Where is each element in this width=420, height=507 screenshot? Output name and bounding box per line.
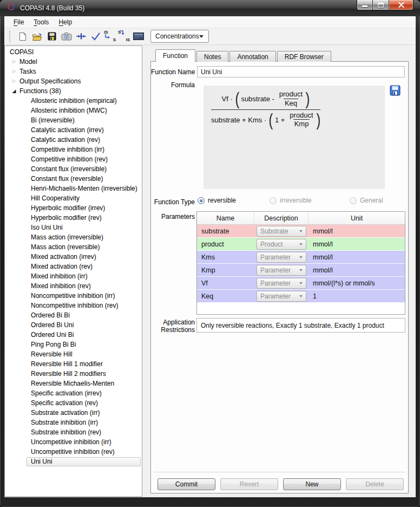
tree-item-mass-action-reversible[interactable]: Mass action (reversible) — [5, 242, 142, 252]
tree-item-iso-uni-uni[interactable]: Iso Uni Uni — [5, 223, 142, 232]
miriam-icon[interactable] — [131, 30, 146, 43]
tree-collapsed-icon[interactable]: ▷ — [10, 69, 18, 74]
tree-item-catalytic-activation-irrev[interactable]: Catalytic activation (irrev) — [5, 125, 142, 135]
tree-item-tasks[interactable]: ▷Tasks — [5, 67, 142, 76]
tree-item-competitive-inhibition-rev[interactable]: Competitive inhibition (rev) — [5, 154, 142, 164]
tab-notes[interactable]: Notes — [196, 51, 228, 62]
tree-item-label: Specific activation (rev) — [27, 399, 141, 408]
tree-item-ordered-bi-uni[interactable]: Ordered Bi Uni — [5, 320, 142, 330]
units-dropdown[interactable]: Concentrations — [150, 30, 209, 43]
tree-item-output-specifications[interactable]: ▷Output Specifications — [5, 76, 142, 86]
chevron-down-icon — [299, 243, 303, 245]
tree-item-specific-activation-irrev[interactable]: Specific activation (irrev) — [5, 388, 142, 398]
tree-item-constant-flux-irreversible[interactable]: Constant flux (irreversible) — [5, 164, 142, 174]
table-row-product[interactable]: productProductmmol/l — [197, 238, 405, 251]
s-to-is-icon[interactable]: S IS — [117, 30, 131, 43]
new-document-icon[interactable] — [15, 30, 30, 43]
maximize-button[interactable] — [373, 0, 389, 10]
tree-item-uncompetitive-inhibition-irr[interactable]: Uncompetitive inhibition (irr) — [5, 437, 142, 447]
table-row-substrate[interactable]: substrateSubstratemmol/l — [197, 225, 405, 238]
tree-item-allosteric-inhibition-mwc[interactable]: Allosteric inhibition (MWC) — [5, 106, 142, 115]
tree-collapsed-icon[interactable]: ▷ — [10, 60, 18, 64]
tree-item-competitive-inhibition-irr[interactable]: Competitive inhibition (irr) — [5, 145, 142, 154]
tree-item-mixed-activation-rev[interactable]: Mixed activation (rev) — [5, 262, 142, 271]
tree-item-bi-irreversible[interactable]: Bi (irreversible) — [5, 115, 142, 125]
is-to-s-icon[interactable]: IS S — [103, 30, 117, 43]
column-header-description[interactable]: Description — [254, 212, 309, 224]
minimize-button[interactable] — [357, 0, 373, 10]
slider-adjust-icon[interactable] — [74, 30, 88, 43]
radio-button-icon[interactable] — [198, 197, 205, 204]
parameters-header: NameDescriptionUnit — [197, 212, 405, 225]
menu-item-file[interactable]: File — [9, 17, 29, 28]
tree-item-reversible-hill-1-modifier[interactable]: Reversible Hill 1 modifier — [5, 359, 142, 369]
column-header-unit[interactable]: Unit — [309, 212, 405, 224]
param-name-cell[interactable]: Kms — [197, 251, 254, 263]
tree-item-constant-flux-reversible[interactable]: Constant flux (reversible) — [5, 174, 142, 184]
tree-item-copasi[interactable]: COPASI — [5, 47, 142, 57]
tree-item-mixed-inhibition-rev[interactable]: Mixed inhibition (rev) — [5, 281, 142, 291]
tree-item-catalytic-activation-rev[interactable]: Catalytic activation (rev) — [5, 135, 142, 145]
table-row-kmp[interactable]: KmpParametermmol/l — [197, 264, 405, 277]
tree-item-specific-activation-rev[interactable]: Specific activation (rev) — [5, 398, 142, 408]
toolbar-drag-handle[interactable] — [9, 31, 10, 42]
menu-item-help[interactable]: Help — [54, 17, 77, 28]
tree-item-hill-cooperativity[interactable]: Hill Cooperativity — [5, 193, 142, 203]
param-name-cell[interactable]: product — [197, 238, 254, 250]
function-name-input[interactable] — [197, 66, 405, 77]
tree-item-hyperbolic-modifier-irrev[interactable]: Hyperbolic modifier (irrev) — [5, 203, 142, 213]
save-formula-button[interactable] — [389, 84, 401, 96]
tree-item-mass-action-irreversible[interactable]: Mass action (irreversible) — [5, 232, 142, 242]
tree-item-ordered-uni-bi[interactable]: Ordered Uni Bi — [5, 330, 142, 340]
new-button[interactable]: New — [283, 478, 341, 490]
table-row-vf[interactable]: VfParametermmol/(l*s) or mmol/s — [197, 277, 405, 290]
param-unit-cell[interactable]: mmol/l — [309, 238, 405, 250]
param-unit-cell[interactable]: mmol/(l*s) or mmol/s — [309, 277, 405, 289]
table-row-kms[interactable]: KmsParametermmol/l — [197, 251, 405, 264]
tree-item-noncompetitive-inhibition-irr[interactable]: Noncompetitive inhibition (irr) — [5, 291, 142, 301]
description-select-value: Substrate — [260, 227, 288, 235]
tree-item-substrate-inhibition-rev[interactable]: Substrate inhibition (rev) — [5, 427, 142, 437]
tree-collapsed-icon[interactable]: ▷ — [10, 79, 18, 83]
param-unit-cell[interactable]: mmol/l — [309, 251, 405, 263]
save-icon[interactable] — [44, 30, 59, 43]
tree-item-mixed-activation-irrev[interactable]: Mixed activation (irrev) — [5, 252, 142, 262]
param-name-cell[interactable]: substrate — [197, 225, 254, 237]
table-row-keq[interactable]: KeqParameter1 — [197, 290, 405, 303]
capture-image-icon[interactable] — [59, 30, 74, 43]
tree-item-mixed-inhibition-irr[interactable]: Mixed inhibition (irr) — [5, 271, 142, 281]
tab-annotation[interactable]: Annotation — [229, 51, 275, 62]
tree-item-substrate-inhibition-irr[interactable]: Substrate inhibition (irr) — [5, 418, 142, 427]
tree-item-ordered-bi-bi[interactable]: Ordered Bi Bi — [5, 310, 142, 320]
param-name-cell[interactable]: Keq — [197, 290, 254, 302]
tree-item-reversible-michaelis-menten[interactable]: Reversible Michaelis-Menten — [5, 379, 142, 388]
radio-reversible[interactable]: reversible — [198, 197, 270, 204]
check-model-icon[interactable] — [88, 30, 103, 43]
tree-item-reversible-hill[interactable]: Reversible Hill — [5, 349, 142, 359]
tree-item-substrate-activation-irr[interactable]: Substrate activation (irr) — [5, 408, 142, 418]
tree-item-noncompetitive-inhibition-rev[interactable]: Noncompetitive inhibition (rev) — [5, 301, 142, 310]
param-unit-cell[interactable]: mmol/l — [309, 225, 405, 237]
tree-item-uni-uni[interactable]: Uni Uni — [5, 457, 142, 466]
open-file-icon[interactable] — [30, 30, 44, 43]
param-unit-cell[interactable]: 1 — [309, 290, 405, 302]
tree-item-model[interactable]: ▷Model — [5, 57, 142, 67]
tree-item-uncompetitive-inhibition-rev[interactable]: Uncompetitive inhibition (rev) — [5, 447, 142, 457]
param-name-cell[interactable]: Kmp — [197, 264, 254, 276]
tab-function[interactable]: Function — [155, 49, 195, 62]
close-button[interactable] — [389, 0, 414, 10]
tree-item-hyperbolic-modifier-rev[interactable]: Hyperbolic modifier (rev) — [5, 213, 142, 223]
application-restrictions-input[interactable] — [196, 318, 405, 333]
column-header-name[interactable]: Name — [197, 212, 254, 224]
tree-item-reversible-hill-2-modifiers[interactable]: Reversible Hill 2 modifiers — [5, 369, 142, 379]
menu-item-tools[interactable]: Tools — [29, 17, 54, 28]
tree-item-functions-38[interactable]: ◢Functions (38) — [5, 86, 142, 96]
commit-button[interactable]: Commit — [158, 478, 215, 490]
tree-expanded-icon[interactable]: ◢ — [10, 89, 18, 94]
param-unit-cell[interactable]: mmol/l — [309, 264, 405, 276]
tab-rdf-browser[interactable]: RDF Browser — [277, 51, 331, 62]
param-name-cell[interactable]: Vf — [197, 277, 254, 289]
tree-item-allosteric-inhibition-empirical[interactable]: Allosteric inhibition (empirical) — [5, 96, 142, 106]
tree-item-henri-michaelis-menten-irreversible[interactable]: Henri-Michaelis-Menten (irreversible) — [5, 184, 142, 193]
tree-item-ping-pong-bi-bi[interactable]: Ping Pong Bi Bi — [5, 340, 142, 349]
